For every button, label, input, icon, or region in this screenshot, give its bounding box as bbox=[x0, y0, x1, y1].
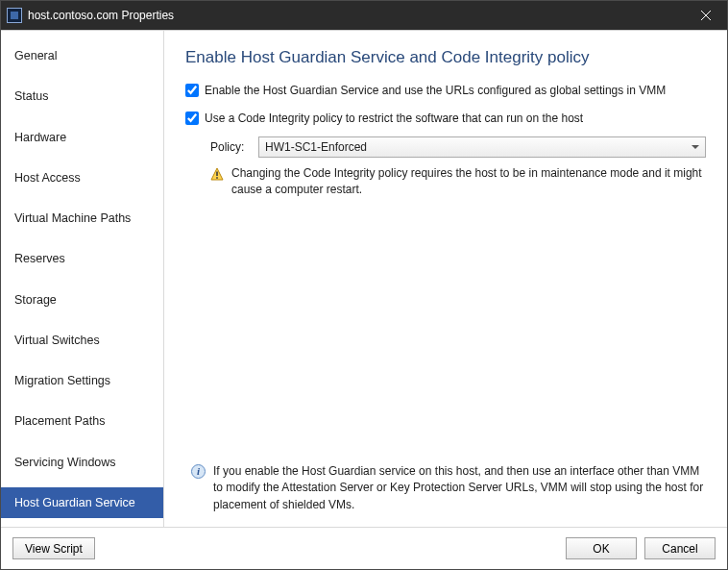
sidebar-item-label: Host Guardian Service bbox=[14, 496, 135, 509]
view-script-button[interactable]: View Script bbox=[12, 537, 95, 559]
warning-icon bbox=[210, 167, 224, 181]
ci-warning: Changing the Code Integrity policy requi… bbox=[210, 165, 706, 199]
policy-row: Policy: HW1-SC1-Enforced bbox=[210, 136, 706, 158]
sidebar-item-label: Placement Paths bbox=[14, 414, 106, 428]
sidebar-item-label: Status bbox=[14, 89, 48, 103]
sidebar-item-label: Reserves bbox=[14, 252, 65, 265]
ci-warning-text: Changing the Code Integrity policy requi… bbox=[231, 165, 706, 199]
svg-rect-3 bbox=[216, 171, 218, 176]
use-ci-checkbox[interactable] bbox=[185, 112, 199, 125]
hgs-info: i If you enable the Host Guardian servic… bbox=[191, 463, 706, 513]
info-icon: i bbox=[191, 464, 206, 479]
sidebar-item-label: Storage bbox=[14, 293, 57, 307]
use-ci-label: Use a Code Integrity policy to restrict … bbox=[205, 111, 583, 127]
sidebar-item-servicing-windows[interactable]: Servicing Windows bbox=[1, 447, 163, 478]
enable-hgs-row[interactable]: Enable the Host Guardian Service and use… bbox=[185, 83, 706, 99]
policy-label: Policy: bbox=[210, 140, 258, 154]
sidebar-item-virtual-switches[interactable]: Virtual Switches bbox=[1, 325, 163, 356]
page-title: Enable Host Guardian Service and Code In… bbox=[185, 48, 706, 67]
sidebar-item-label: General bbox=[14, 49, 57, 62]
body: General Status Hardware Host Access Virt… bbox=[1, 30, 727, 527]
policy-selected-value: HW1-SC1-Enforced bbox=[265, 140, 367, 154]
sidebar-item-label: Hardware bbox=[14, 131, 66, 144]
sidebar-item-label: Servicing Windows bbox=[14, 456, 116, 469]
use-ci-row[interactable]: Use a Code Integrity policy to restrict … bbox=[185, 111, 706, 127]
main-panel: Enable Host Guardian Service and Code In… bbox=[164, 31, 727, 527]
sidebar-item-vm-paths[interactable]: Virtual Machine Paths bbox=[1, 203, 163, 234]
sidebar-item-label: Host Access bbox=[14, 171, 81, 185]
sidebar-item-host-guardian-service[interactable]: Host Guardian Service bbox=[1, 487, 163, 518]
svg-rect-4 bbox=[216, 177, 218, 179]
sidebar-item-general[interactable]: General bbox=[1, 40, 163, 71]
enable-hgs-label: Enable the Host Guardian Service and use… bbox=[205, 83, 666, 99]
sidebar-item-label: Virtual Machine Paths bbox=[14, 211, 131, 225]
cancel-button[interactable]: Cancel bbox=[644, 537, 716, 559]
sidebar-item-placement-paths[interactable]: Placement Paths bbox=[1, 406, 163, 436]
sidebar-item-reserves[interactable]: Reserves bbox=[1, 243, 163, 274]
policy-combobox[interactable]: HW1-SC1-Enforced bbox=[258, 136, 706, 158]
sidebar-item-label: Migration Settings bbox=[14, 374, 110, 387]
window-title: host.contoso.com Properties bbox=[28, 9, 174, 22]
sidebar-item-storage[interactable]: Storage bbox=[1, 285, 163, 315]
ok-button[interactable]: OK bbox=[566, 537, 637, 559]
hgs-info-text: If you enable the Host Guardian service … bbox=[213, 463, 706, 513]
titlebar: host.contoso.com Properties bbox=[1, 1, 727, 30]
footer: View Script OK Cancel bbox=[1, 527, 727, 569]
close-icon bbox=[701, 11, 711, 20]
enable-hgs-checkbox[interactable] bbox=[185, 84, 199, 97]
sidebar-item-hardware[interactable]: Hardware bbox=[1, 122, 163, 153]
sidebar-item-migration-settings[interactable]: Migration Settings bbox=[1, 365, 163, 396]
sidebar-item-label: Virtual Switches bbox=[14, 334, 100, 347]
close-button[interactable] bbox=[684, 1, 727, 30]
window-icon bbox=[7, 8, 22, 23]
properties-window: host.contoso.com Properties General Stat… bbox=[0, 0, 728, 570]
sidebar: General Status Hardware Host Access Virt… bbox=[1, 31, 164, 527]
sidebar-item-status[interactable]: Status bbox=[1, 81, 163, 112]
sidebar-item-host-access[interactable]: Host Access bbox=[1, 162, 163, 193]
chevron-down-icon bbox=[692, 145, 699, 149]
